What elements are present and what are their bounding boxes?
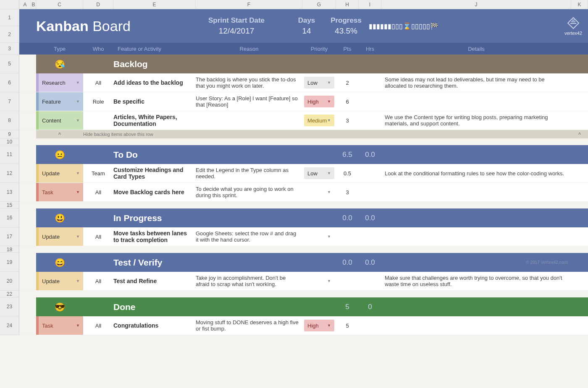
col-header[interactable]: G [302, 0, 336, 9]
col-header[interactable]: C [36, 0, 83, 9]
row-number[interactable]: 17 [0, 227, 19, 246]
chevron-down-icon[interactable]: ▼ [76, 171, 80, 175]
card-row[interactable]: Update▼ All Test and Refine Take joy in … [19, 272, 588, 291]
col-header[interactable]: F [196, 0, 302, 9]
feature-cell[interactable]: Be specific [113, 98, 196, 105]
row-number[interactable]: 3 [0, 43, 19, 55]
feature-cell[interactable]: Add ideas to the backlog [113, 79, 196, 86]
chevron-down-icon[interactable]: ▼ [327, 234, 331, 239]
reason-cell[interactable]: Take joy in accomplishment. Don't be afr… [196, 275, 302, 287]
who-cell[interactable]: All [83, 323, 113, 329]
feature-cell[interactable]: Test and Refine [113, 278, 196, 284]
chevron-down-icon[interactable]: ▼ [76, 234, 80, 239]
col-header[interactable]: D [83, 0, 113, 9]
reason-cell[interactable]: Moving stuff to DONE deserves a high fiv… [196, 319, 302, 332]
card-row[interactable]: Update▼ Team Customize Headings and Card… [19, 164, 588, 183]
reason-cell[interactable]: User Story: As a [Role] I want [Feature]… [196, 95, 302, 108]
col-header[interactable]: H [336, 0, 359, 9]
row-number[interactable]: 2 [0, 26, 19, 43]
details-cell[interactable]: Look at the conditional formatting rules… [381, 170, 571, 177]
pts-cell[interactable]: 0.5 [336, 170, 359, 177]
row-number[interactable]: 16 [0, 208, 19, 227]
priority-chip[interactable]: Medium▼ [304, 115, 334, 126]
row-number[interactable]: 18 [0, 246, 19, 253]
card-row[interactable]: Task▼ All Congratulations Moving stuff t… [19, 316, 588, 335]
feature-cell[interactable]: Move Backlog cards here [113, 189, 196, 195]
chevron-down-icon[interactable]: ▼ [327, 190, 331, 194]
col-header[interactable]: J [381, 0, 571, 9]
pts-cell[interactable]: 3 [336, 189, 359, 195]
row-number[interactable]: 7 [0, 92, 19, 111]
chevron-down-icon[interactable]: ▼ [327, 99, 331, 104]
pts-cell[interactable]: 5 [336, 323, 359, 329]
type-chip[interactable]: Update▼ [36, 164, 83, 182]
reason-cell[interactable]: Google Sheets: select the row # and drag… [196, 230, 302, 243]
priority-chip[interactable]: Low▼ [304, 77, 334, 89]
row-number[interactable]: 20 [0, 272, 19, 291]
row-number[interactable]: 12 [0, 164, 19, 183]
row-number[interactable]: 5 [0, 55, 19, 73]
type-chip[interactable]: Content▼ [36, 111, 83, 130]
chevron-down-icon[interactable]: ▼ [76, 190, 80, 194]
chevron-down-icon[interactable]: ▼ [76, 81, 80, 85]
priority-chip[interactable]: ▼ [304, 275, 334, 287]
who-cell[interactable]: All [83, 80, 113, 86]
row-number[interactable]: 19 [0, 253, 19, 272]
priority-chip[interactable]: ▼ [304, 231, 334, 242]
reason-cell[interactable]: To decide what you are going to work on … [196, 186, 302, 198]
col-header[interactable]: A [19, 0, 31, 9]
feature-cell[interactable]: Articles, White Papers, Documentation [113, 114, 196, 127]
type-chip[interactable]: Task▼ [36, 183, 83, 201]
chevron-down-icon[interactable]: ▼ [327, 118, 331, 122]
type-chip[interactable]: Research▼ [36, 73, 83, 92]
row-number[interactable]: 1 [0, 9, 19, 26]
details-cell[interactable]: Some ideas may not lead to deliverables,… [381, 76, 571, 89]
reason-cell[interactable]: The backlog is where you stick the to-do… [196, 76, 302, 89]
col-header[interactable]: E [113, 0, 196, 9]
chevron-down-icon[interactable]: ▼ [327, 81, 331, 85]
priority-chip[interactable]: ▼ [304, 186, 334, 198]
col-header[interactable]: K [571, 0, 588, 9]
feature-cell[interactable]: Customize Headings and Card Types [113, 167, 196, 180]
feature-cell[interactable]: Congratulations [113, 322, 196, 329]
pts-cell[interactable]: 3 [336, 117, 359, 124]
type-chip[interactable]: Task▼ [36, 316, 83, 335]
type-chip[interactable]: Update▼ [36, 272, 83, 290]
chevron-down-icon[interactable]: ▼ [327, 323, 331, 328]
reason-cell[interactable]: Edit the Legend in the Type column as ne… [196, 167, 302, 180]
row-number[interactable]: 10 [0, 138, 19, 145]
chevron-down-icon[interactable]: ▼ [76, 279, 80, 283]
who-cell[interactable]: All [83, 278, 113, 284]
row-number[interactable]: 13 [0, 183, 19, 202]
row-number[interactable]: 6 [0, 73, 19, 92]
col-header[interactable]: B [31, 0, 36, 9]
details-cell[interactable]: We use the Content type for writing blog… [381, 114, 571, 127]
priority-chip[interactable]: High▼ [304, 96, 334, 107]
type-chip[interactable]: Update▼ [36, 227, 83, 246]
row-number[interactable]: 15 [0, 202, 19, 208]
details-cell[interactable]: Make sure that challenges are worth tryi… [381, 275, 571, 287]
chevron-down-icon[interactable]: ▼ [76, 99, 80, 104]
row-number[interactable]: 8 [0, 111, 19, 130]
chevron-down-icon[interactable]: ▼ [76, 323, 80, 328]
chevron-down-icon[interactable]: ▼ [327, 279, 331, 283]
who-cell[interactable]: Role [83, 99, 113, 105]
row-number[interactable]: 11 [0, 145, 19, 164]
priority-chip[interactable]: High▼ [304, 320, 334, 331]
card-row[interactable]: Task▼ All Move Backlog cards here To dec… [19, 183, 588, 202]
feature-cell[interactable]: Move tasks between lanes to track comple… [113, 230, 196, 243]
card-row[interactable]: Content▼ Articles, White Papers, Documen… [19, 111, 588, 130]
type-chip[interactable]: Feature▼ [36, 92, 83, 111]
priority-chip[interactable]: Low▼ [304, 167, 334, 179]
row-number[interactable]: 22 [0, 291, 19, 297]
row-number[interactable]: 9 [0, 130, 19, 138]
pts-cell[interactable]: 2 [336, 80, 359, 86]
row-number[interactable]: 23 [0, 297, 19, 316]
chevron-down-icon[interactable]: ▼ [76, 118, 80, 122]
who-cell[interactable]: All [83, 234, 113, 240]
who-cell[interactable]: All [83, 189, 113, 195]
card-row[interactable]: Research▼ All Add ideas to the backlog T… [19, 73, 588, 92]
chevron-down-icon[interactable]: ▼ [327, 171, 331, 175]
row-number[interactable]: 24 [0, 316, 19, 335]
pts-cell[interactable]: 6 [336, 99, 359, 105]
